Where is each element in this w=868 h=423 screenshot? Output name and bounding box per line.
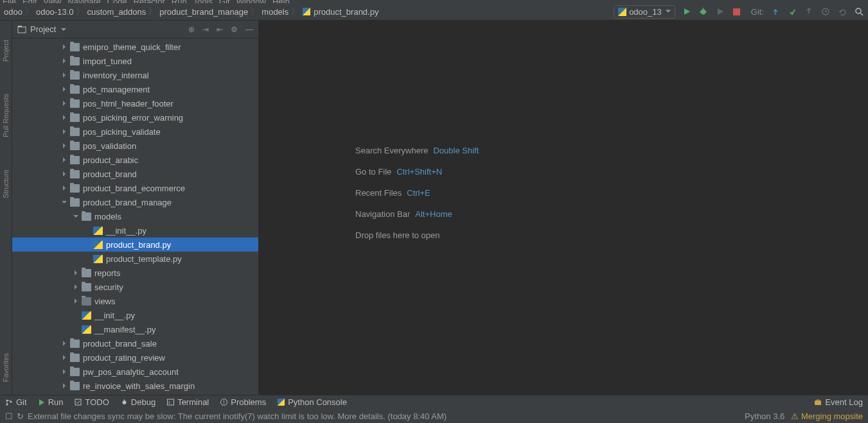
tree-item-product-brand-py[interactable]: product_brand.py (12, 237, 258, 252)
expand-arrow-icon[interactable] (60, 99, 69, 108)
branch-icon (5, 399, 13, 406)
hint-key: Alt+Home (415, 209, 452, 219)
breadcrumb-item[interactable]: models (261, 7, 288, 17)
tab-debug[interactable]: Debug (121, 397, 155, 407)
tab-event-log[interactable]: Event Log (814, 397, 863, 407)
expand-all-button[interactable]: ⇥ (202, 25, 209, 34)
expand-arrow-icon (71, 311, 80, 320)
expand-arrow-icon[interactable] (71, 212, 80, 221)
tree-item-pos-picking-error-warning[interactable]: pos_picking_error_warning (12, 110, 258, 125)
editor-area[interactable]: Search EverywhereDouble Shift Go to File… (259, 21, 868, 395)
rail-project[interactable]: Project (2, 40, 10, 62)
expand-arrow-icon[interactable] (60, 113, 69, 122)
status-git-branch[interactable]: ⚠ Merging mopsite (791, 411, 863, 421)
tree-item-re-invoice-with-sales-margin[interactable]: re_invoice_with_sales_margin (12, 379, 258, 393)
tree-item-label: reports (94, 268, 120, 278)
select-opened-file-button[interactable]: ⊕ (188, 25, 195, 34)
tree-item-reports[interactable]: reports (12, 266, 258, 280)
rail-favorites[interactable]: Favorites (2, 353, 10, 382)
run-configuration-dropdown[interactable]: odoo_13 (614, 5, 675, 19)
expand-arrow-icon[interactable] (60, 169, 69, 178)
tree-item-models[interactable]: models (12, 209, 258, 223)
tree-item-pdc-management[interactable]: pdc_management (12, 82, 258, 96)
expand-arrow-icon[interactable] (60, 367, 69, 376)
rail-pull-requests[interactable]: Pull Requests (2, 94, 10, 137)
tree-item-views[interactable]: views (12, 294, 258, 308)
breadcrumb-item[interactable]: odoo-13.0 (36, 7, 74, 17)
git-push-button[interactable] (804, 6, 814, 17)
panel-settings-button[interactable]: ⚙ (231, 25, 238, 34)
expand-arrow-icon[interactable] (60, 198, 69, 207)
expand-arrow-icon[interactable] (60, 127, 69, 136)
tree-item-label: views (94, 297, 116, 306)
breadcrumb-item[interactable]: product_brand.py (314, 7, 378, 17)
tree-item-security[interactable]: security (12, 280, 258, 294)
tree-item--init-py[interactable]: __init__.py (12, 223, 258, 237)
git-rollback-button[interactable] (837, 6, 847, 17)
run-button[interactable] (682, 6, 692, 17)
tree-item-product-arabic[interactable]: product_arabic (12, 153, 258, 167)
git-commit-button[interactable] (787, 6, 797, 17)
expand-arrow-icon[interactable] (60, 141, 69, 150)
status-tool-window-button[interactable]: ☐ (5, 411, 13, 421)
expand-arrow-icon[interactable] (60, 184, 69, 193)
tree-item-pw-pos-analytic-account[interactable]: pw_pos_analytic_account (12, 365, 258, 379)
tree-item-import-tuned[interactable]: import_tuned (12, 54, 258, 68)
tree-item-product-brand[interactable]: product_brand (12, 167, 258, 181)
rail-structure[interactable]: Structure (2, 169, 10, 198)
expand-arrow-icon[interactable] (60, 353, 69, 362)
tree-item-pos-html-header-footer[interactable]: pos_html_header_footer (12, 96, 258, 110)
tree-item-product-brand-sale[interactable]: product_brand_sale (12, 336, 258, 350)
breadcrumb-item[interactable]: odoo (4, 7, 22, 17)
run-coverage-button[interactable] (715, 6, 725, 17)
breadcrumb[interactable]: odoo〉 odoo-13.0〉 custom_addons〉 product_… (4, 6, 378, 17)
folder-icon (82, 212, 91, 221)
collapse-all-button[interactable]: ⇤ (217, 25, 223, 34)
expand-arrow-icon[interactable] (60, 56, 69, 65)
tree-item-emipro-theme-quick-filter[interactable]: emipro_theme_quick_filter (12, 40, 258, 54)
tree-item-product-brand-manage[interactable]: product_brand_manage (12, 195, 258, 209)
tab-terminal[interactable]: Terminal (167, 397, 209, 407)
tree-item-pos-picking-validate[interactable]: pos_picking_validate (12, 125, 258, 139)
tree-item-product-rating-review[interactable]: product_rating_review (12, 350, 258, 365)
tab-todo[interactable]: TODO (75, 397, 109, 407)
stop-button[interactable] (732, 6, 742, 17)
tab-run[interactable]: Run (39, 397, 64, 407)
tab-python-console[interactable]: Python Console (278, 397, 347, 407)
expand-arrow-icon[interactable] (60, 85, 69, 94)
debug-button[interactable] (698, 6, 709, 17)
expand-arrow-icon[interactable] (60, 155, 69, 164)
tab-git[interactable]: Git (5, 397, 27, 407)
search-button[interactable] (854, 6, 864, 17)
tree-item-product-brand-ecommerce[interactable]: product_brand_ecommerce (12, 181, 258, 195)
project-tool-window: Project ⊕ ⇥ ⇤ ⚙ — emipro_theme_quick_fil… (12, 21, 259, 395)
dropdown-icon[interactable] (61, 28, 66, 33)
tree-item--init-py[interactable]: __init__.py (12, 308, 258, 322)
tree-item-product-template-py[interactable]: product_template.py (12, 252, 258, 266)
expand-arrow-icon[interactable] (71, 268, 80, 277)
tab-problems[interactable]: Problems (220, 397, 266, 407)
status-message[interactable]: External file changes sync may be slow: … (28, 411, 447, 421)
tree-item-pos-validation[interactable]: pos_validation (12, 139, 258, 153)
tree-item-label: pos_html_header_footer (83, 99, 173, 108)
project-tree[interactable]: emipro_theme_quick_filterimport_tunedinv… (12, 39, 258, 395)
tree-item--manifest-py[interactable]: __manifest__.py (12, 322, 258, 336)
git-update-button[interactable] (770, 6, 781, 17)
expand-arrow-icon[interactable] (71, 297, 80, 306)
hide-panel-button[interactable]: — (245, 25, 253, 34)
expand-arrow-icon[interactable] (60, 42, 69, 51)
breadcrumb-item[interactable]: product_brand_manage (159, 7, 248, 17)
expand-arrow-icon (83, 240, 92, 249)
hint-label: Navigation Bar (355, 209, 410, 219)
git-history-button[interactable] (820, 6, 831, 17)
status-python[interactable]: Python 3.6 (745, 411, 784, 421)
panel-title[interactable]: Project (30, 24, 56, 34)
tree-item-label: __init__.py (94, 311, 135, 320)
expand-arrow-icon[interactable] (60, 339, 69, 348)
expand-arrow-icon[interactable] (60, 381, 69, 390)
breadcrumb-item[interactable]: custom_addons (87, 7, 146, 17)
expand-arrow-icon[interactable] (60, 71, 69, 80)
tree-item-inventory-internal[interactable]: inventory_internal (12, 68, 258, 82)
bug-icon (121, 399, 128, 406)
expand-arrow-icon[interactable] (71, 282, 80, 291)
